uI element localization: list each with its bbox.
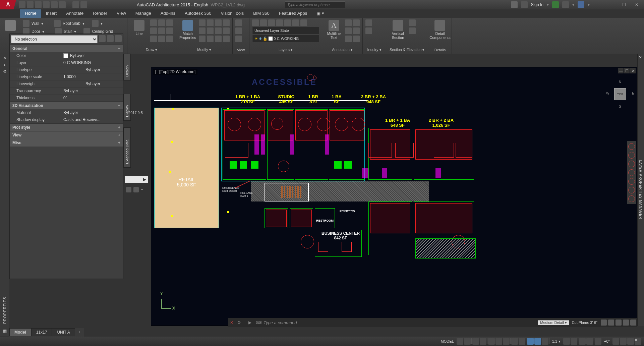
sb-scale-button[interactable]: 1:1 ▾: [550, 338, 563, 345]
prop-shadow[interactable]: Shadow displayCasts and Receive...: [10, 116, 123, 123]
qat-redo-icon[interactable]: [59, 1, 66, 8]
qat-props-icon[interactable]: [80, 1, 87, 8]
quickselect-icon[interactable]: [99, 35, 106, 42]
tab-home[interactable]: Home: [20, 9, 41, 18]
prop-transparency[interactable]: TransparencyByLayer: [10, 88, 123, 95]
qat-open-icon[interactable]: [27, 1, 34, 8]
tab-a360[interactable]: Autodesk 360: [180, 9, 216, 18]
drawing-viewport[interactable]: [–][Top][2D Wireframe] — ☐ ✕ ACCESSIBLE …: [151, 67, 637, 326]
cmd-ico5[interactable]: [630, 320, 636, 326]
sb-clean-icon[interactable]: [627, 338, 634, 345]
copy-icon[interactable]: [199, 27, 206, 34]
tab-insert[interactable]: Insert: [41, 9, 62, 18]
cmd-ico1[interactable]: [601, 320, 607, 326]
tab-featured[interactable]: Featured Apps: [274, 9, 312, 18]
sb-custom-icon[interactable]: ≡: [635, 338, 641, 345]
layer-props-icon[interactable]: [252, 19, 259, 26]
detail-level-combo[interactable]: Medium Detail ▾: [538, 320, 569, 325]
cmd-ico4[interactable]: [623, 320, 629, 326]
tab-render[interactable]: Render: [88, 9, 112, 18]
zoom-icon[interactable]: [628, 161, 635, 167]
maximize-button[interactable]: ☐: [619, 1, 629, 8]
wall-icon[interactable]: [23, 20, 30, 27]
sb-transparency-icon[interactable]: [519, 338, 525, 345]
boundary-icon[interactable]: [158, 36, 165, 42]
mtext-button[interactable]: AMultiline Text: [325, 19, 343, 40]
offset-icon[interactable]: [215, 36, 222, 42]
sb-3dosnap-icon[interactable]: [495, 338, 502, 345]
vsection-button[interactable]: Vertical Section: [389, 19, 407, 40]
fillet-icon[interactable]: [215, 27, 222, 34]
section-general[interactable]: General−: [10, 45, 123, 52]
orbit-icon[interactable]: [628, 169, 635, 176]
extdata-tab[interactable]: Extended Data: [123, 127, 131, 168]
prop-layer[interactable]: Layer0-C-WORKING: [10, 59, 123, 66]
hatch-icon[interactable]: [150, 36, 157, 42]
panel-ico2[interactable]: [133, 187, 139, 192]
lm-close-icon[interactable]: ✕: [639, 55, 643, 60]
design-tab[interactable]: Design: [123, 54, 131, 80]
tab-bim360[interactable]: BIM 360: [248, 9, 274, 18]
prop-material[interactable]: MaterialByLayer: [10, 109, 123, 116]
cmd-close-button[interactable]: ✕: [228, 320, 235, 325]
sb-grid-icon[interactable]: [457, 338, 463, 345]
rotate-icon[interactable]: [207, 19, 214, 26]
roofslab-icon[interactable]: [54, 20, 61, 27]
prop-lineweight[interactable]: LineweightByLayer: [10, 80, 123, 88]
ellipse-icon[interactable]: [166, 27, 173, 34]
signin-link[interactable]: Sign In: [531, 2, 543, 7]
layout-unita-tab[interactable]: UNIT A: [52, 328, 75, 336]
mirror-icon[interactable]: [207, 27, 214, 34]
scale-icon[interactable]: [207, 36, 214, 42]
cmd-wrench-icon[interactable]: ⚙: [235, 320, 243, 325]
move-icon[interactable]: [199, 19, 206, 26]
view-prev-icon[interactable]: [235, 19, 242, 26]
detail-comp-button[interactable]: Detail Components: [431, 19, 449, 40]
extend-icon[interactable]: [223, 19, 230, 26]
circle-icon[interactable]: [150, 27, 157, 34]
a360-icon[interactable]: [562, 1, 569, 8]
help-icon[interactable]: [578, 1, 584, 8]
close-panel-icon[interactable]: ✕: [2, 56, 7, 61]
fullnav-icon[interactable]: [628, 143, 635, 150]
stretch-icon[interactable]: [199, 36, 206, 42]
selectobj-icon[interactable]: [107, 35, 114, 42]
sb-isolate-icon[interactable]: [620, 338, 627, 345]
sb-polar-icon[interactable]: [480, 338, 486, 345]
dim-linear-icon[interactable]: [345, 19, 352, 26]
view-next-icon[interactable]: [235, 27, 242, 34]
close-button[interactable]: ✕: [632, 1, 641, 8]
layer-match-icon[interactable]: [300, 19, 307, 26]
vp-max-button[interactable]: ☐: [624, 68, 630, 73]
dim-aligned-icon[interactable]: [353, 19, 360, 26]
help-search-input[interactable]: [285, 1, 345, 8]
display-tab[interactable]: Display: [123, 94, 131, 121]
trim-icon[interactable]: [215, 19, 222, 26]
prop-color[interactable]: ColorByLayer: [10, 52, 123, 59]
tab-annotate[interactable]: Annotate: [61, 9, 88, 18]
stair-button[interactable]: Stair: [64, 29, 72, 34]
layout-11x17-tab[interactable]: 11x17: [31, 328, 52, 336]
spline-icon[interactable]: [158, 27, 165, 34]
sb-annovis-icon[interactable]: [571, 338, 577, 345]
section-icon[interactable]: [409, 19, 416, 26]
list-icon[interactable]: [365, 27, 372, 34]
sb-model-button[interactable]: MODEL: [439, 338, 456, 345]
cut-plane-label[interactable]: Cut Plane: 3'-6": [569, 321, 600, 325]
cmd-ico3[interactable]: [616, 320, 622, 326]
layer-state-combo[interactable]: Unsaved Layer State: [252, 27, 319, 34]
elevation-icon[interactable]: [409, 27, 416, 34]
sb-dynucs-icon[interactable]: [534, 338, 541, 345]
steering-icon[interactable]: [628, 187, 635, 193]
tab-addins[interactable]: Add-ins: [156, 9, 180, 18]
selection-combo[interactable]: No selection: [11, 35, 98, 43]
grid-icon[interactable]: [92, 20, 99, 27]
layer-iso-icon[interactable]: [284, 19, 291, 26]
table-icon[interactable]: [353, 27, 360, 34]
qat-undo-icon[interactable]: [51, 1, 58, 8]
tab-manage[interactable]: Manage: [131, 9, 156, 18]
sb-ortho-icon[interactable]: [472, 338, 479, 345]
panel-ico1[interactable]: [126, 187, 131, 192]
qat-print-icon[interactable]: [43, 1, 50, 8]
search-icon[interactable]: [511, 1, 518, 8]
